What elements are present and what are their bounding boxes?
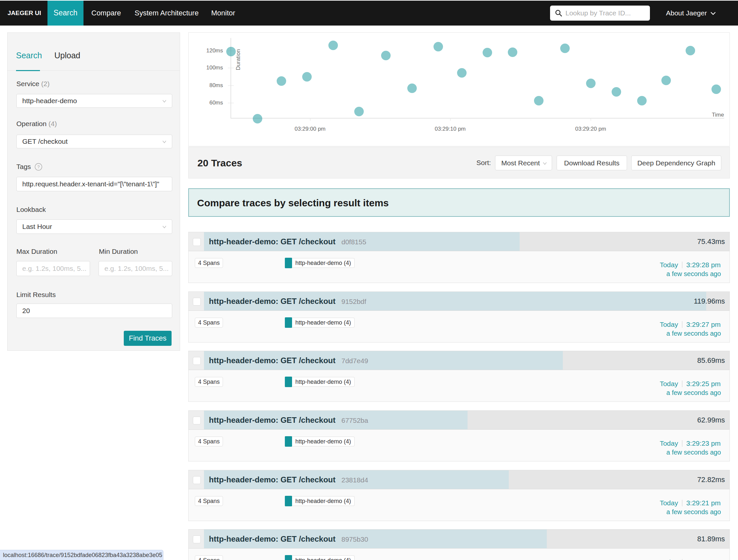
svg-text:?: ? [37, 165, 40, 169]
